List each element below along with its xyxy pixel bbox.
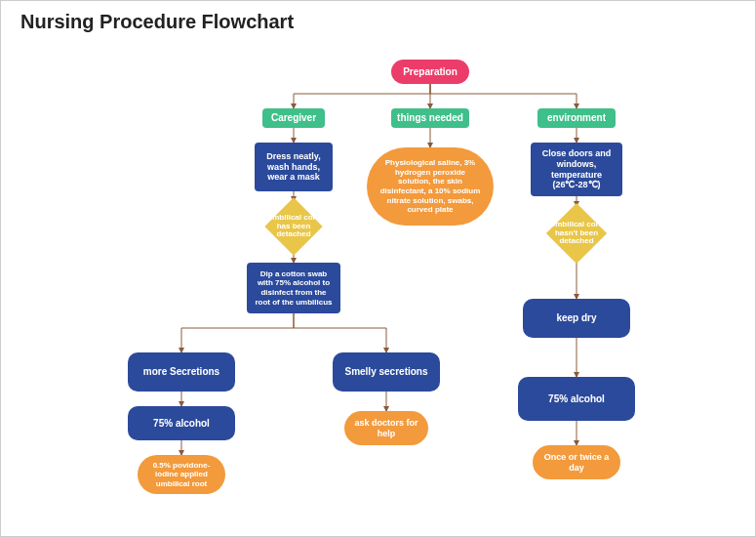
page-title: Nursing Procedure Flowchart bbox=[20, 11, 294, 33]
node-decision-not-detached: Umbilical cord hasn't been detached bbox=[545, 204, 608, 263]
node-dress: Dress neatly, wash hands, wear a mask bbox=[255, 143, 333, 191]
node-keep-dry: keep dry bbox=[523, 299, 630, 338]
node-ask-doctors: ask doctors for help bbox=[344, 411, 428, 445]
node-caregiver: Caregiver bbox=[262, 108, 325, 128]
node-environment: environment bbox=[537, 108, 616, 128]
node-dip-swab: Dip a cotton swab with 75% alcohol to di… bbox=[247, 263, 340, 313]
flowchart-canvas: Preparation Caregiver things needed envi… bbox=[1, 1, 756, 537]
node-alcohol-left: 75% alcohol bbox=[128, 406, 235, 440]
node-decision-detached: Umbilical cord has been detached bbox=[262, 198, 325, 255]
node-alcohol-right: 75% alcohol bbox=[518, 377, 635, 421]
connector-lines bbox=[1, 1, 756, 537]
node-more-secretions: more Secretions bbox=[128, 352, 235, 392]
node-preparation: Preparation bbox=[391, 60, 469, 84]
node-close-doors: Close doors and windows, temperature (26… bbox=[531, 143, 622, 196]
node-iodine: 0.5% povidone-iodine applied umbilical r… bbox=[138, 455, 225, 494]
node-once-twice: Once or twice a day bbox=[533, 445, 620, 479]
node-things-needed: things needed bbox=[391, 108, 469, 128]
node-supplies: Physiological saline, 3% hydrogen peroxi… bbox=[367, 147, 494, 226]
node-smelly-secretions: Smelly secretions bbox=[333, 352, 440, 392]
